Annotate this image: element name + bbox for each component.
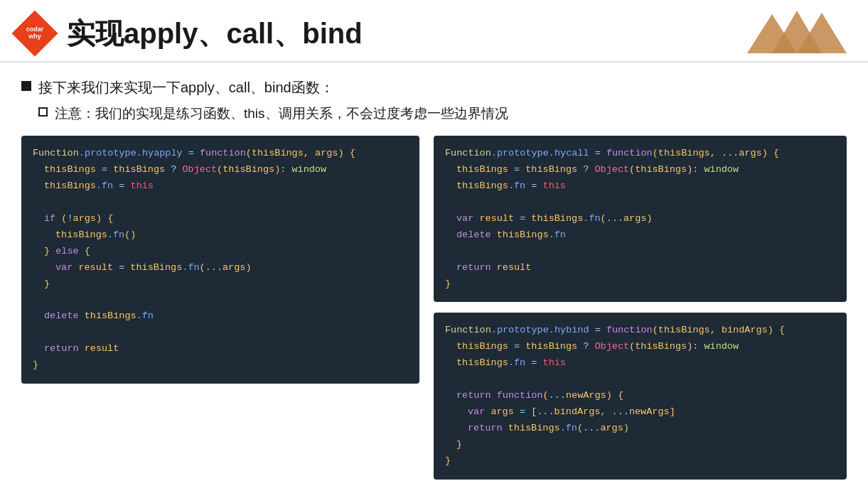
sub-bullet-text: 注意：我们的实现是练习函数、this、调用关系，不会过度考虑一些边界情况: [55, 104, 508, 123]
main-bullet-text: 接下来我们来实现一下apply、call、bind函数：: [38, 78, 334, 97]
code-block-hyapply: Function.prototype.hyapply = function(th…: [21, 136, 419, 480]
mountain-decoration: [747, 7, 847, 56]
bullet-square-icon: [21, 81, 31, 91]
code-block-hycall: Function.prototype.hycall = function(thi…: [434, 136, 847, 302]
bullet-hollow-square-icon: [38, 107, 48, 117]
sub-bullet: 注意：我们的实现是练习函数、this、调用关系，不会过度考虑一些边界情况: [38, 104, 847, 123]
code-right-column: Function.prototype.hycall = function(thi…: [434, 136, 847, 480]
logo-text: codarwhy: [26, 26, 44, 40]
page-title: 实现apply、call、bind: [67, 14, 363, 53]
content: 接下来我们来实现一下apply、call、bind函数： 注意：我们的实现是练习…: [0, 63, 868, 490]
page: codarwhy 实现apply、call、bind 接下来我们来实现一下app…: [0, 0, 868, 503]
code-block-hybind: Function.prototype.hybind = function(thi…: [434, 313, 847, 479]
code-area: Function.prototype.hyapply = function(th…: [21, 136, 847, 480]
code-block-hyapply-content: Function.prototype.hyapply = function(th…: [21, 136, 419, 384]
main-bullet: 接下来我们来实现一下apply、call、bind函数：: [21, 78, 847, 97]
header: codarwhy 实现apply、call、bind: [0, 0, 868, 63]
